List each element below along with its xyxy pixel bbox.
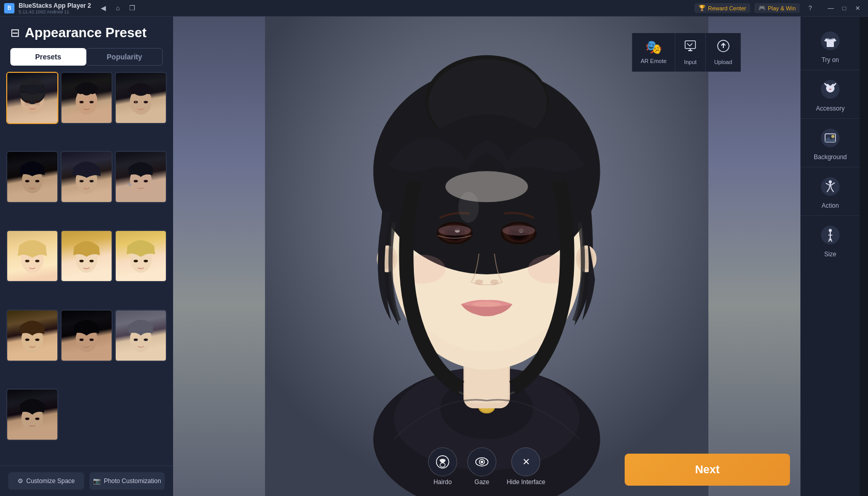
preset-item-13[interactable] (6, 389, 58, 441)
svg-point-9 (80, 101, 84, 103)
svg-point-89 (481, 461, 483, 463)
svg-point-35 (25, 338, 29, 341)
upload-button[interactable]: Upload (706, 33, 741, 71)
right-icon-bar: Try on Accessory (800, 17, 860, 496)
gaze-label: Gaze (474, 478, 489, 486)
nav-home-button[interactable]: ⌂ (112, 2, 124, 14)
nav-copy-button[interactable]: ❐ (126, 2, 138, 14)
action-label: Action (822, 202, 839, 209)
tab-popularity[interactable]: Popularity (86, 48, 163, 66)
background-svg-icon (820, 128, 841, 148)
svg-point-7 (35, 100, 39, 103)
size-button[interactable]: Size (801, 216, 860, 264)
hide-interface-icon: ✕ (512, 447, 540, 476)
svg-point-77 (472, 302, 501, 307)
preset-item-6[interactable] (115, 151, 167, 203)
tab-presets[interactable]: Presets (10, 48, 86, 66)
accessory-svg-icon (820, 79, 841, 100)
bottom-bar: ⚙ Customize Space 📷 Photo Customization (0, 466, 173, 496)
size-label: Size (824, 251, 836, 258)
svg-point-42 (144, 338, 148, 341)
close-button[interactable]: ✕ (851, 2, 864, 14)
preset-item-4[interactable] (6, 151, 58, 203)
svg-point-73 (475, 280, 483, 285)
svg-point-92 (821, 129, 840, 147)
try-on-label: Try on (822, 56, 839, 64)
upload-svg-icon (717, 39, 730, 53)
hairdo-button[interactable]: Hairdo (428, 447, 457, 486)
svg-point-29 (80, 260, 84, 262)
hide-interface-button[interactable]: ✕ Hide Interface (507, 447, 546, 486)
top-bar-icons: 🎭 AR Emote Input (632, 33, 741, 72)
svg-point-98 (829, 229, 832, 232)
action-icon-button[interactable]: Action (801, 167, 860, 216)
accessory-label: Accessory (816, 105, 844, 112)
page-title-area: ⊟ Appearance Preset (0, 17, 173, 48)
input-svg-icon (684, 39, 697, 53)
preset-item-8[interactable] (60, 230, 113, 282)
ar-emote-button[interactable]: 🎭 AR Emote (632, 33, 675, 71)
svg-point-10 (89, 101, 94, 103)
maximize-button[interactable]: □ (838, 2, 850, 14)
svg-point-30 (89, 260, 94, 262)
play-win-icon: 🎮 (758, 5, 766, 11)
center-area: 🎭 AR Emote Input (173, 17, 800, 496)
preset-item-1[interactable] (6, 72, 58, 124)
preset-item-12[interactable] (115, 309, 167, 362)
preset-item-7[interactable] (6, 230, 58, 282)
ar-emote-label: AR Emote (641, 58, 667, 64)
far-right-scrollbar[interactable] (860, 17, 868, 496)
preset-item-5[interactable] (60, 151, 113, 203)
svg-point-86 (440, 463, 445, 467)
preset-face-svg-13 (7, 390, 57, 440)
try-on-button[interactable]: Try on (801, 22, 860, 70)
preset-item-3[interactable] (115, 72, 167, 124)
minimize-button[interactable]: — (825, 2, 837, 14)
presets-grid (0, 72, 173, 466)
gaze-icon (468, 447, 497, 476)
input-button[interactable]: Input (675, 33, 706, 71)
help-button[interactable]: ? (804, 2, 816, 14)
preset-face-svg-7 (7, 231, 57, 281)
reward-center-button[interactable]: 🏆 Reward Center (694, 3, 750, 13)
accessory-button[interactable]: Accessory (801, 70, 860, 119)
play-win-label: Play & Win (768, 5, 796, 11)
svg-point-26 (25, 260, 29, 262)
svg-point-27 (35, 260, 39, 262)
action-bar: Hairdo Gaze ✕ Hide Interface (428, 447, 546, 486)
preset-face-svg-12 (116, 311, 166, 361)
preset-face-svg-4 (7, 152, 57, 202)
svg-point-60 (445, 171, 528, 202)
svg-point-23 (144, 180, 148, 182)
preset-item-2[interactable] (60, 72, 113, 124)
app-version: 5.11.42.1002 Android 11 (19, 9, 91, 14)
customize-space-button[interactable]: ⚙ Customize Space (8, 472, 84, 490)
preset-item-11[interactable] (60, 309, 113, 362)
main-layout: ⊟ Appearance Preset Presets Popularity (0, 17, 868, 496)
background-button[interactable]: Background (801, 119, 860, 167)
nav-back-button[interactable]: ◀ (97, 2, 110, 14)
upload-label: Upload (714, 59, 732, 65)
svg-point-74 (490, 280, 499, 285)
svg-point-38 (80, 338, 84, 341)
app-logo: B (4, 3, 14, 13)
preset-item-9[interactable] (115, 230, 167, 282)
upload-icon (717, 39, 730, 56)
svg-point-17 (35, 180, 39, 182)
preset-item-10[interactable] (6, 309, 58, 362)
svg-point-5 (35, 102, 40, 105)
play-win-button[interactable]: 🎮 Play & Win (754, 3, 800, 13)
svg-point-95 (821, 177, 840, 196)
preset-face-svg-8 (61, 231, 112, 281)
reward-label: Reward Center (708, 5, 746, 11)
accessory-icon (817, 76, 843, 102)
preset-face-svg-9 (116, 231, 166, 281)
character-svg (173, 17, 800, 496)
page-title-text: Appearance Preset (25, 25, 147, 41)
size-icon (817, 222, 843, 248)
gaze-button[interactable]: Gaze (468, 447, 497, 486)
photo-customization-button[interactable]: 📷 Photo Customization (89, 472, 165, 490)
ar-emote-icon: 🎭 (645, 39, 662, 55)
preset-face-svg-3 (116, 73, 166, 123)
next-button[interactable]: Next (625, 454, 790, 486)
